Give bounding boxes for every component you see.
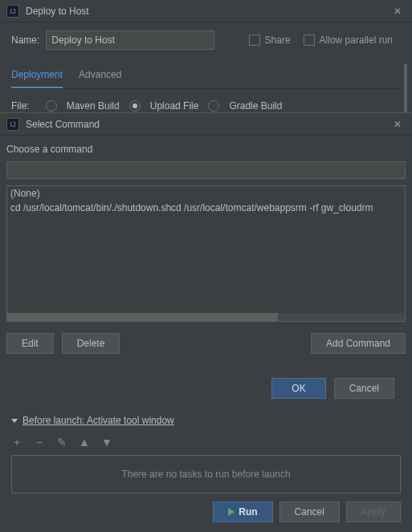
move-up-icon[interactable]: ▲ — [79, 436, 90, 449]
apply-button[interactable]: Apply — [346, 502, 401, 522]
radio-maven[interactable] — [46, 100, 57, 112]
collapse-icon — [11, 419, 18, 423]
tab-deployment[interactable]: Deployment — [11, 64, 63, 88]
tab-advanced[interactable]: Advanced — [79, 64, 121, 88]
app-icon: IJ — [6, 5, 19, 18]
list-item[interactable]: cd /usr/local/tomcat/bin/./shutdown.shcd… — [7, 201, 405, 215]
parallel-label: Allow parallel run — [320, 35, 393, 46]
delete-button[interactable]: Delete — [62, 333, 120, 354]
radio-maven-label: Maven Build — [67, 100, 120, 112]
parent-titlebar: IJ Deploy to Host ✕ — [0, 0, 412, 22]
dialog-close-button[interactable]: ✕ — [390, 116, 406, 132]
parent-close-button[interactable]: ✕ — [390, 3, 406, 19]
share-label: Share — [265, 35, 291, 46]
before-launch-toolbar: + − ✎ ▲ ▼ — [11, 433, 401, 452]
add-command-button[interactable]: Add Command — [311, 333, 406, 354]
app-icon: IJ — [6, 118, 19, 131]
select-command-dialog: IJ Select Command ✕ Choose a command (No… — [0, 112, 412, 530]
edit-task-icon[interactable]: ✎ — [56, 436, 67, 449]
before-launch-list: There are no tasks to run before launch — [11, 455, 401, 493]
name-label: Name: — [11, 35, 39, 46]
dialog-titlebar: IJ Select Command ✕ — [0, 113, 412, 136]
scrollbar-edge[interactable] — [404, 64, 407, 112]
run-label: Run — [239, 506, 257, 518]
name-input[interactable] — [46, 30, 214, 50]
remove-task-icon[interactable]: − — [34, 436, 45, 449]
parent-title: Deploy to Host — [26, 6, 390, 17]
command-search-input[interactable] — [6, 161, 406, 179]
radio-gradle-label: Gradle Build — [229, 100, 282, 112]
ok-button[interactable]: OK — [271, 378, 325, 399]
radio-upload[interactable] — [129, 100, 141, 112]
parallel-checkbox[interactable] — [304, 35, 315, 46]
cancel-button[interactable]: Cancel — [334, 378, 394, 399]
run-button[interactable]: Run — [213, 502, 272, 522]
move-down-icon[interactable]: ▼ — [101, 436, 112, 449]
share-checkbox[interactable] — [249, 35, 260, 46]
tabs: Deployment Advanced — [11, 64, 401, 89]
command-list[interactable]: (None) cd /usr/local/tomcat/bin/./shutdo… — [6, 185, 406, 322]
radio-upload-label: Upload File — [150, 100, 199, 112]
add-task-icon[interactable]: + — [11, 436, 22, 449]
dialog-title: Select Command — [26, 119, 390, 130]
radio-gradle[interactable] — [208, 100, 219, 112]
choose-label: Choose a command — [6, 144, 406, 155]
footer-cancel-button[interactable]: Cancel — [279, 502, 340, 522]
list-item[interactable]: (None) — [7, 186, 405, 201]
play-icon — [228, 508, 235, 516]
edit-button[interactable]: Edit — [6, 333, 54, 354]
empty-tasks-label: There are no tasks to run before launch — [121, 469, 290, 480]
before-launch-title: Before launch: Activate tool window — [22, 415, 174, 426]
before-launch-header[interactable]: Before launch: Activate tool window — [11, 415, 401, 426]
file-label: File: — [11, 100, 30, 112]
horizontal-scrollbar[interactable] — [7, 313, 278, 321]
